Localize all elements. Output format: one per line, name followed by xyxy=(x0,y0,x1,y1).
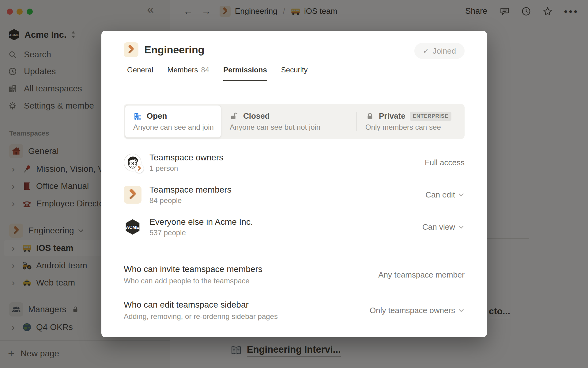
access-row-subtitle: 84 people xyxy=(149,196,232,205)
tab-members[interactable]: Members84 xyxy=(167,66,209,81)
visibility-option-title: Open xyxy=(147,111,167,121)
setting-title: Who can edit teamspace sidebar xyxy=(124,300,278,310)
visibility-option-private[interactable]: Private ENTERPRISE Only members can see xyxy=(357,111,465,132)
access-row-members: Teamspace members 84 people Can edit xyxy=(124,184,465,205)
setting-subtitle: Adding, removing, or re-ordering sidebar… xyxy=(124,312,278,321)
modal-tabs: General Members84 Permissions Security xyxy=(127,66,308,81)
access-row-title: Everyone else in Acme Inc. xyxy=(149,217,253,227)
svg-text:ACME: ACME xyxy=(126,225,139,230)
access-level-dropdown[interactable]: Can view xyxy=(422,222,465,232)
setting-value[interactable]: Any teamspace member xyxy=(378,270,465,280)
access-level-dropdown[interactable]: Can edit xyxy=(425,190,465,200)
visibility-segmented-control: Open Anyone can see and join Closed Anyo… xyxy=(124,104,465,139)
access-level-value: Full access xyxy=(425,158,465,167)
avatar xyxy=(124,154,141,171)
joined-label: Joined xyxy=(432,46,456,56)
visibility-option-subtitle: Anyone can see and join xyxy=(133,123,221,132)
visibility-option-open[interactable]: Open Anyone can see and join xyxy=(125,105,221,138)
modal-title: Engineering xyxy=(144,42,204,57)
chevron-down-icon xyxy=(458,224,465,230)
visibility-option-title: Closed xyxy=(243,111,270,121)
access-row-everyone: ACME Everyone else in Acme Inc. 537 peop… xyxy=(124,216,465,238)
visibility-option-subtitle: Only members can see xyxy=(365,123,465,132)
enterprise-badge: ENTERPRISE xyxy=(410,112,452,121)
setting-row-edit-sidebar: Who can edit teamspace sidebar Adding, r… xyxy=(124,296,465,325)
tab-permissions[interactable]: Permissions xyxy=(223,66,267,81)
tab-general[interactable]: General xyxy=(127,66,153,81)
setting-subtitle: Who can add people to the teamspace xyxy=(124,277,262,285)
visibility-option-subtitle: Anyone can see but not join xyxy=(230,123,356,132)
acme-logo-icon: ACME xyxy=(124,218,141,236)
section-divider xyxy=(124,250,465,250)
app-window: « ACME Acme Inc. Search Updates All team… xyxy=(0,0,588,368)
visibility-option-closed[interactable]: Closed Anyone can see but not join xyxy=(221,111,356,132)
chevron-down-icon xyxy=(458,307,465,314)
access-row-subtitle: 537 people xyxy=(149,228,253,237)
access-row-subtitle: 1 person xyxy=(149,164,223,173)
teamspace-settings-modal: Engineering ✓ Joined General Members84 P… xyxy=(101,31,487,337)
setting-title: Who can invite teamspace members xyxy=(124,264,262,274)
access-row-owners: Teamspace owners 1 person Full access xyxy=(124,152,465,173)
access-row-title: Teamspace owners xyxy=(149,153,223,163)
joined-button[interactable]: ✓ Joined xyxy=(414,43,465,59)
setting-row-invite: Who can invite teamspace members Who can… xyxy=(124,260,465,289)
check-icon: ✓ xyxy=(423,46,430,56)
setting-value-dropdown[interactable]: Only teamspace owners xyxy=(370,306,465,315)
closed-lock-icon xyxy=(365,112,375,121)
hammer-icon xyxy=(135,164,144,173)
access-row-title: Teamspace members xyxy=(149,185,232,195)
hammer-icon xyxy=(124,42,138,57)
tabs-divider xyxy=(101,81,487,81)
blue-building-icon xyxy=(133,112,142,121)
visibility-option-title: Private xyxy=(379,111,405,121)
chevron-down-icon xyxy=(458,191,465,198)
members-count: 84 xyxy=(201,66,209,75)
tab-security[interactable]: Security xyxy=(281,66,308,81)
hammer-icon xyxy=(124,186,141,204)
open-lock-icon xyxy=(230,112,239,121)
